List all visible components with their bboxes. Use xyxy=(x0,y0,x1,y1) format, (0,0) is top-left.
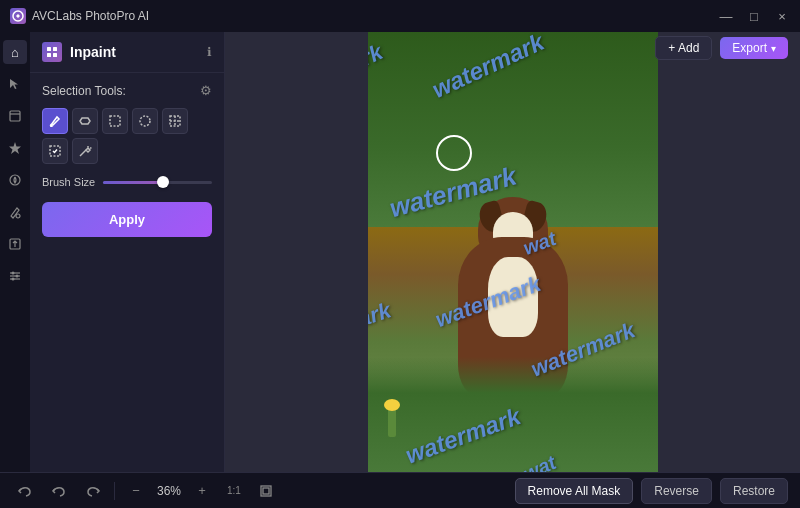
add-button[interactable]: + Add xyxy=(655,36,712,60)
icon-sidebar: ⌂ xyxy=(0,32,30,472)
sidebar-item-magic[interactable] xyxy=(3,168,27,192)
canvas-area[interactable]: + Add Export ▾ xyxy=(225,32,800,472)
selection-settings-icon[interactable]: ⚙ xyxy=(200,83,212,98)
zoom-in-button[interactable]: + xyxy=(189,478,215,504)
sidebar-item-enhance[interactable] xyxy=(3,136,27,160)
title-bar-left: AVCLabs PhotoPro AI xyxy=(10,8,149,24)
panel-info-icon[interactable]: ℹ xyxy=(207,45,212,59)
svg-point-10 xyxy=(12,272,15,275)
svg-rect-13 xyxy=(47,47,51,51)
dog-chest xyxy=(488,257,538,337)
slider-thumb[interactable] xyxy=(157,176,169,188)
sidebar-item-cursor[interactable] xyxy=(3,72,27,96)
slider-fill xyxy=(103,181,163,184)
svg-rect-16 xyxy=(53,53,57,57)
selection-tools-header: Selection Tools: ⚙ xyxy=(42,83,212,98)
app-icon xyxy=(10,8,26,24)
svg-rect-17 xyxy=(110,116,120,126)
svg-point-5 xyxy=(16,214,20,218)
sidebar-item-home[interactable]: ⌂ xyxy=(3,40,27,64)
brush-size-label: Brush Size xyxy=(42,176,95,188)
image-container: watermark watermark wat ark watermark wa… xyxy=(368,32,658,472)
redo-forward-button[interactable] xyxy=(80,478,106,504)
redo-back-button[interactable] xyxy=(46,478,72,504)
sidebar-item-export[interactable] xyxy=(3,232,27,256)
svg-marker-3 xyxy=(9,142,21,154)
smart-select-btn[interactable] xyxy=(42,138,68,164)
svg-rect-1 xyxy=(10,111,20,121)
app-title: AVCLabs PhotoPro AI xyxy=(32,9,149,23)
ellipse-select-btn[interactable] xyxy=(132,108,158,134)
brush-tool-btn[interactable] xyxy=(42,108,68,134)
zoom-reset-button[interactable]: 1:1 xyxy=(223,478,245,504)
canvas-top-bar: + Add Export ▾ xyxy=(643,32,800,64)
svg-rect-28 xyxy=(263,488,269,494)
minimize-button[interactable]: — xyxy=(718,9,734,24)
panel-title: Inpaint xyxy=(70,44,116,60)
bottom-toolbar: − 36% + 1:1 Remove All Mask Reverse Rest… xyxy=(0,472,800,508)
main-layout: ⌂ xyxy=(0,32,800,472)
undo-button[interactable] xyxy=(12,478,38,504)
fit-button[interactable] xyxy=(253,478,279,504)
tools-row xyxy=(42,108,212,164)
zoom-out-button[interactable]: − xyxy=(123,478,149,504)
watermark-4: ark xyxy=(368,298,394,333)
toolbar-divider-1 xyxy=(114,482,115,500)
panel-icon xyxy=(42,42,62,62)
svg-line-23 xyxy=(80,150,86,156)
sidebar-item-settings[interactable] xyxy=(3,264,27,288)
export-button[interactable]: Export ▾ xyxy=(720,37,788,59)
sidebar-item-layers[interactable] xyxy=(3,104,27,128)
svg-point-18 xyxy=(140,116,150,126)
panel-section: Selection Tools: ⚙ xyxy=(30,73,224,247)
grass-flowers xyxy=(388,407,396,437)
selection-tools-label: Selection Tools: xyxy=(42,84,126,98)
left-panel: Inpaint ℹ Selection Tools: ⚙ xyxy=(30,32,225,472)
rect-select-btn[interactable] xyxy=(102,108,128,134)
panel-header: Inpaint ℹ xyxy=(30,32,224,73)
zoom-level-display: 36% xyxy=(157,484,181,498)
svg-point-11 xyxy=(16,275,19,278)
remove-all-mask-button[interactable]: Remove All Mask xyxy=(515,478,634,504)
grass-foreground xyxy=(368,357,658,472)
brush-size-slider[interactable] xyxy=(103,181,212,184)
close-button[interactable]: × xyxy=(774,9,790,24)
apply-button[interactable]: Apply xyxy=(42,202,212,237)
restore-button[interactable]: Restore xyxy=(720,478,788,504)
svg-point-12 xyxy=(12,278,15,281)
reverse-button[interactable]: Reverse xyxy=(641,478,712,504)
title-bar: AVCLabs PhotoPro AI — □ × xyxy=(0,0,800,32)
lasso-tool-btn[interactable] xyxy=(72,108,98,134)
dog-image: watermark watermark wat ark watermark wa… xyxy=(368,32,658,472)
magic-select-btn[interactable] xyxy=(162,108,188,134)
export-chevron-icon: ▾ xyxy=(771,43,776,54)
wand-tool-btn[interactable] xyxy=(72,138,98,164)
title-bar-controls: — □ × xyxy=(718,9,790,24)
svg-marker-24 xyxy=(86,148,90,152)
svg-rect-15 xyxy=(47,53,51,57)
sidebar-item-paint[interactable] xyxy=(3,200,27,224)
maximize-button[interactable]: □ xyxy=(746,9,762,24)
brush-size-row: Brush Size xyxy=(42,176,212,188)
svg-rect-14 xyxy=(53,47,57,51)
